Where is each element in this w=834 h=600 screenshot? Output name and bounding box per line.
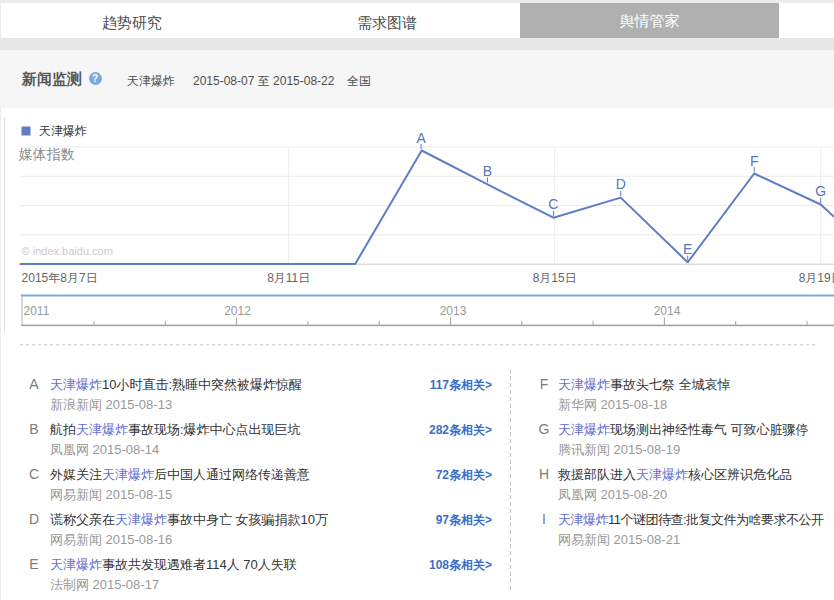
svg-text:2011: 2011 bbox=[24, 304, 50, 318]
svg-text:B: B bbox=[483, 163, 492, 179]
svg-text:天津爆炸: 天津爆炸 bbox=[39, 124, 87, 138]
svg-text:2013: 2013 bbox=[440, 304, 467, 318]
svg-text:© index.baidu.com: © index.baidu.com bbox=[22, 245, 113, 257]
svg-text:2014: 2014 bbox=[654, 304, 681, 318]
svg-text:8月15日: 8月15日 bbox=[533, 271, 577, 285]
svg-text:媒体指数: 媒体指数 bbox=[19, 146, 75, 162]
svg-text:F: F bbox=[750, 153, 759, 169]
svg-text:8月19日: 8月19日 bbox=[799, 271, 834, 285]
svg-text:E: E bbox=[683, 241, 692, 257]
svg-text:2015年8月7日: 2015年8月7日 bbox=[22, 271, 98, 285]
svg-text:C: C bbox=[548, 196, 558, 212]
svg-text:8月11日: 8月11日 bbox=[267, 271, 310, 285]
svg-text:G: G bbox=[815, 183, 826, 199]
svg-text:A: A bbox=[416, 130, 426, 146]
svg-text:2012: 2012 bbox=[224, 304, 251, 318]
svg-text:D: D bbox=[616, 176, 626, 192]
